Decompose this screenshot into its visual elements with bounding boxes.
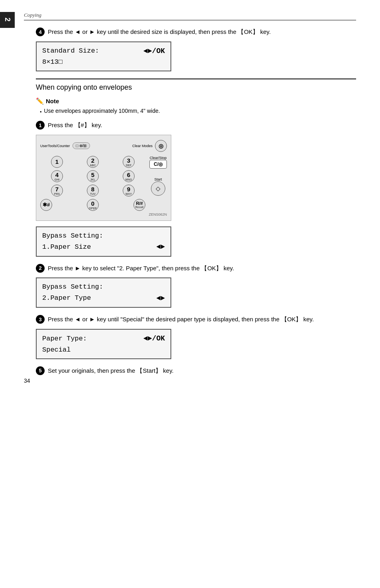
content-area: 4 Press the ◄ or ► key until the desired… xyxy=(36,28,356,375)
clear-stop-btn[interactable]: C/◎ xyxy=(149,160,167,169)
keypad-bottom-row: ✱# 0 OPER R/# Recall xyxy=(40,199,145,211)
lcd4-line1: Paper Type: ◄►/OK xyxy=(42,333,165,344)
key-8-btn[interactable]: 8 TUV xyxy=(87,185,99,197)
start-area: Start ◇ xyxy=(151,177,165,196)
page-number: 34 xyxy=(24,378,30,384)
header-label: Copying xyxy=(24,12,41,18)
usertools-btn[interactable]: □ ⊕/⊞ xyxy=(72,142,90,149)
model-label: ZENS062N xyxy=(40,212,167,216)
lcd2-line2: 1.Paper Size ◄► xyxy=(42,241,165,253)
lcd4-line2: Special xyxy=(42,344,165,355)
pencil-icon: ✏️ xyxy=(36,97,44,105)
side-tab: 2 xyxy=(0,12,15,28)
lcd4-box: Paper Type: ◄►/OK Special xyxy=(36,329,171,359)
lcd1-line1-right: ◄►/OK xyxy=(143,45,165,57)
key-4-cell: 4 GHI xyxy=(40,170,74,182)
step4-row: 4 Press the ◄ or ► key until the desired… xyxy=(36,28,356,37)
step3-circle: 3 xyxy=(36,315,45,324)
header-bar: Copying xyxy=(24,12,356,20)
lcd3-box: Bypass Setting: 2.Paper Type ◄► xyxy=(36,277,171,308)
key-1-btn[interactable]: 1 xyxy=(51,156,63,168)
key-3-cell: 3 DEF xyxy=(112,156,145,168)
clear-modes-btn[interactable]: ◎ xyxy=(155,140,167,152)
key-7-cell: 7 PRS xyxy=(40,185,74,197)
step4-circle: 4 xyxy=(36,28,45,36)
key-9-cell: 9 WXY xyxy=(112,185,145,197)
note-header: ✏️ Note xyxy=(36,97,356,105)
clear-modes-label: Clear Modes xyxy=(132,144,153,148)
lcd2-line2-right: ◄► xyxy=(156,241,165,253)
step4-text: Press the ◄ or ► key until the desired s… xyxy=(48,28,271,37)
lcd4-line1-right: ◄►/OK xyxy=(143,333,165,344)
lcd3-line2: 2.Paper Type ◄► xyxy=(42,293,165,304)
step2-row: 2 Press the ► key to select "2. Paper Ty… xyxy=(36,264,356,273)
lcd4-line1-left: Paper Type: xyxy=(42,333,87,344)
key-2-btn[interactable]: 2 ABC xyxy=(87,156,99,168)
lcd1-line1-left: Standard Size: xyxy=(42,45,99,56)
key-6-cell: 6 MNO xyxy=(112,170,145,182)
section-divider xyxy=(36,79,356,79)
step2-text: Press the ► key to select "2. Paper Type… xyxy=(48,264,234,273)
step3-row: 3 Press the ◄ or ► key until "Special" t… xyxy=(36,315,356,324)
lcd3-line1: Bypass Setting: xyxy=(42,281,165,292)
lcd2-line2-left: 1.Paper Size xyxy=(42,242,91,252)
key-star-btn[interactable]: ✱# xyxy=(40,199,52,211)
step1-text: Press the 【#】 key. xyxy=(48,121,102,130)
step3-text: Press the ◄ or ► key until "Special" the… xyxy=(48,315,314,324)
note-header-text: Note xyxy=(46,98,59,104)
step5-row: 5 Set your originals, then press the 【St… xyxy=(36,366,356,376)
note-block: ✏️ Note ▪ Use envelopes approximately 10… xyxy=(36,97,356,115)
key-4-btn[interactable]: 4 GHI xyxy=(51,170,63,182)
key-8-cell: 8 TUV xyxy=(76,185,110,197)
note-item: ▪ Use envelopes approximately 100mm, 4" … xyxy=(40,107,356,115)
lcd1-line2: 8×13□ xyxy=(42,57,165,67)
lcd3-line2-right: ◄► xyxy=(156,293,165,304)
key-5-cell: 5 JKL xyxy=(76,170,110,182)
key-5-btn[interactable]: 5 JKL xyxy=(87,170,99,182)
step1-row: 1 Press the 【#】 key. xyxy=(36,121,356,130)
step5-text: Set your originals, then press the 【Star… xyxy=(48,366,174,376)
keypad-right-col: Clear/Stop C/◎ Start ◇ xyxy=(149,156,167,211)
lcd2-line1: Bypass Setting: xyxy=(42,230,165,241)
keypad-grid: 1 2 ABC xyxy=(40,156,145,197)
keypad-body: 1 2 ABC xyxy=(40,156,167,211)
key-0-btn[interactable]: 0 OPER xyxy=(87,199,99,211)
start-btn[interactable]: ◇ xyxy=(151,181,165,196)
note-bullet-icon: ▪ xyxy=(40,108,41,115)
clear-stop-label: Clear/Stop C/◎ xyxy=(149,156,167,169)
lcd2-box: Bypass Setting: 1.Paper Size ◄► xyxy=(36,226,171,257)
section-title: When copying onto envelopes xyxy=(36,83,356,92)
usertools-label: UserTools/Counter xyxy=(40,144,70,148)
key-9-btn[interactable]: 9 WXY xyxy=(123,185,135,197)
lcd1-box: Standard Size: ◄►/OK 8×13□ xyxy=(36,41,171,72)
keypad-container: UserTools/Counter □ ⊕/⊞ Clear Modes ◎ xyxy=(36,135,171,221)
page: 2 Copying 4 Press the ◄ or ► key until t… xyxy=(0,0,380,396)
note-item-text: Use envelopes approximately 100mm, 4" wi… xyxy=(44,107,160,115)
keypad-top-row: UserTools/Counter □ ⊕/⊞ Clear Modes ◎ xyxy=(40,140,167,152)
key-3-btn[interactable]: 3 DEF xyxy=(123,156,135,168)
key-1-cell: 1 xyxy=(40,156,74,168)
lcd1-line1: Standard Size: ◄►/OK xyxy=(42,45,165,57)
lcd3-line2-left: 2.Paper Type xyxy=(42,293,91,303)
step1-circle: 1 xyxy=(36,121,45,130)
step2-circle: 2 xyxy=(36,264,45,273)
key-6-btn[interactable]: 6 MNO xyxy=(123,170,135,182)
key-2-cell: 2 ABC xyxy=(76,156,110,168)
step5-circle: 5 xyxy=(36,366,45,375)
key-7-btn[interactable]: 7 PRS xyxy=(51,185,63,197)
keypad-keys-area: 1 2 ABC xyxy=(40,156,145,211)
key-rhash-btn[interactable]: R/# Recall xyxy=(133,199,145,211)
